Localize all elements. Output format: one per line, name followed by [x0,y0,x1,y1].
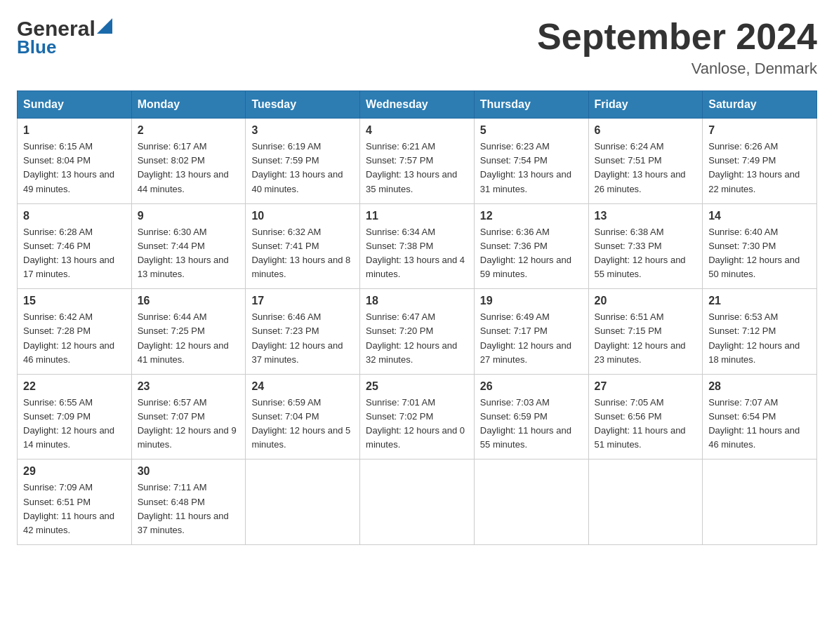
calendar-cell: 26 Sunrise: 7:03 AMSunset: 6:59 PMDaylig… [474,374,588,459]
header-wednesday: Wednesday [360,91,475,119]
day-info: Sunrise: 6:49 AMSunset: 7:17 PMDaylight:… [480,310,583,367]
day-number: 30 [138,465,240,478]
day-number: 2 [138,124,240,137]
calendar-week-2: 8 Sunrise: 6:28 AMSunset: 7:46 PMDayligh… [18,203,817,289]
calendar-week-4: 22 Sunrise: 6:55 AMSunset: 7:09 PMDaylig… [18,374,817,459]
day-info: Sunrise: 7:03 AMSunset: 6:59 PMDaylight:… [480,396,583,452]
day-info: Sunrise: 7:07 AMSunset: 6:54 PMDaylight:… [708,396,811,452]
day-number: 12 [480,210,583,222]
calendar-cell: 1 Sunrise: 6:15 AMSunset: 8:04 PMDayligh… [18,119,132,204]
calendar-cell: 15 Sunrise: 6:42 AMSunset: 7:28 PMDaylig… [18,289,132,375]
calendar-cell: 25 Sunrise: 7:01 AMSunset: 7:02 PMDaylig… [360,374,475,459]
page-title: September 2024 [537,17,817,57]
day-number: 10 [251,210,354,222]
day-number: 18 [366,295,468,307]
calendar-cell [246,459,360,545]
calendar-cell: 10 Sunrise: 6:32 AMSunset: 7:41 PMDaylig… [246,203,360,289]
calendar-cell: 8 Sunrise: 6:28 AMSunset: 7:46 PMDayligh… [18,203,132,289]
calendar-cell: 21 Sunrise: 6:53 AMSunset: 7:12 PMDaylig… [703,289,817,375]
day-info: Sunrise: 6:30 AMSunset: 7:44 PMDaylight:… [138,225,240,282]
calendar-cell [474,459,588,545]
day-info: Sunrise: 6:24 AMSunset: 7:51 PMDaylight:… [595,140,697,196]
day-info: Sunrise: 6:40 AMSunset: 7:30 PMDaylight:… [708,225,811,282]
day-number: 11 [366,210,468,222]
calendar-cell: 12 Sunrise: 6:36 AMSunset: 7:36 PMDaylig… [474,203,588,289]
header-saturday: Saturday [703,91,817,119]
title-section: September 2024 Vanlose, Denmark [537,17,817,78]
day-info: Sunrise: 7:11 AMSunset: 6:48 PMDaylight:… [138,481,240,537]
day-number: 27 [595,380,697,393]
day-info: Sunrise: 6:53 AMSunset: 7:12 PMDaylight:… [708,310,811,367]
day-info: Sunrise: 6:32 AMSunset: 7:41 PMDaylight:… [251,225,354,282]
day-number: 9 [138,210,240,222]
calendar-cell: 22 Sunrise: 6:55 AMSunset: 7:09 PMDaylig… [18,374,132,459]
calendar-cell: 19 Sunrise: 6:49 AMSunset: 7:17 PMDaylig… [474,289,588,375]
day-number: 6 [595,124,697,137]
page-header: General Blue September 2024 Vanlose, Den… [17,17,817,78]
day-number: 24 [251,380,354,393]
calendar-cell: 24 Sunrise: 6:59 AMSunset: 7:04 PMDaylig… [246,374,360,459]
calendar-cell: 30 Sunrise: 7:11 AMSunset: 6:48 PMDaylig… [131,459,246,545]
calendar-week-5: 29 Sunrise: 7:09 AMSunset: 6:51 PMDaylig… [18,459,817,545]
calendar-cell [703,459,817,545]
calendar-cell: 9 Sunrise: 6:30 AMSunset: 7:44 PMDayligh… [131,203,246,289]
day-number: 13 [595,210,697,222]
day-info: Sunrise: 6:44 AMSunset: 7:25 PMDaylight:… [138,310,240,367]
page-subtitle: Vanlose, Denmark [537,60,817,78]
calendar-cell: 29 Sunrise: 7:09 AMSunset: 6:51 PMDaylig… [18,459,132,545]
header-tuesday: Tuesday [246,91,360,119]
day-number: 19 [480,295,583,307]
day-info: Sunrise: 6:28 AMSunset: 7:46 PMDaylight:… [23,225,126,282]
day-info: Sunrise: 6:42 AMSunset: 7:28 PMDaylight:… [23,310,126,367]
day-number: 29 [23,465,126,478]
day-info: Sunrise: 6:23 AMSunset: 7:54 PMDaylight:… [480,140,583,196]
day-info: Sunrise: 7:09 AMSunset: 6:51 PMDaylight:… [23,481,126,537]
day-info: Sunrise: 6:17 AMSunset: 8:02 PMDaylight:… [138,140,240,196]
calendar-table: Sunday Monday Tuesday Wednesday Thursday… [17,90,817,545]
calendar-cell: 27 Sunrise: 7:05 AMSunset: 6:56 PMDaylig… [588,374,703,459]
calendar-cell: 17 Sunrise: 6:46 AMSunset: 7:23 PMDaylig… [246,289,360,375]
calendar-cell: 13 Sunrise: 6:38 AMSunset: 7:33 PMDaylig… [588,203,703,289]
calendar-cell: 5 Sunrise: 6:23 AMSunset: 7:54 PMDayligh… [474,119,588,204]
day-info: Sunrise: 7:01 AMSunset: 7:02 PMDaylight:… [366,396,468,452]
day-number: 23 [138,380,240,393]
header-monday: Monday [131,91,246,119]
header-friday: Friday [588,91,703,119]
svg-marker-0 [97,18,112,34]
day-number: 16 [138,295,240,307]
day-info: Sunrise: 6:59 AMSunset: 7:04 PMDaylight:… [251,396,354,452]
day-number: 7 [708,124,811,137]
calendar-cell: 7 Sunrise: 6:26 AMSunset: 7:49 PMDayligh… [703,119,817,204]
day-number: 20 [595,295,697,307]
calendar-cell [360,459,475,545]
calendar-cell [588,459,703,545]
header-thursday: Thursday [474,91,588,119]
logo: General Blue [17,17,112,58]
day-number: 3 [251,124,354,137]
day-number: 15 [23,295,126,307]
day-number: 25 [366,380,468,393]
day-info: Sunrise: 6:38 AMSunset: 7:33 PMDaylight:… [595,225,697,282]
calendar-week-1: 1 Sunrise: 6:15 AMSunset: 8:04 PMDayligh… [18,119,817,204]
day-number: 21 [708,295,811,307]
day-info: Sunrise: 6:26 AMSunset: 7:49 PMDaylight:… [708,140,811,196]
day-number: 4 [366,124,468,137]
day-info: Sunrise: 6:46 AMSunset: 7:23 PMDaylight:… [251,310,354,367]
day-info: Sunrise: 6:57 AMSunset: 7:07 PMDaylight:… [138,396,240,452]
day-number: 8 [23,210,126,222]
calendar-cell: 3 Sunrise: 6:19 AMSunset: 7:59 PMDayligh… [246,119,360,204]
calendar-cell: 23 Sunrise: 6:57 AMSunset: 7:07 PMDaylig… [131,374,246,459]
header-row: Sunday Monday Tuesday Wednesday Thursday… [18,91,817,119]
day-number: 14 [708,210,811,222]
day-info: Sunrise: 7:05 AMSunset: 6:56 PMDaylight:… [595,396,697,452]
day-info: Sunrise: 6:19 AMSunset: 7:59 PMDaylight:… [251,140,354,196]
logo-triangle-icon [97,18,112,34]
calendar-cell: 2 Sunrise: 6:17 AMSunset: 8:02 PMDayligh… [131,119,246,204]
day-number: 5 [480,124,583,137]
day-info: Sunrise: 6:36 AMSunset: 7:36 PMDaylight:… [480,225,583,282]
calendar-body: 1 Sunrise: 6:15 AMSunset: 8:04 PMDayligh… [18,119,817,545]
day-info: Sunrise: 6:34 AMSunset: 7:38 PMDaylight:… [366,225,468,282]
day-info: Sunrise: 6:15 AMSunset: 8:04 PMDaylight:… [23,140,126,196]
day-number: 28 [708,380,811,393]
calendar-cell: 20 Sunrise: 6:51 AMSunset: 7:15 PMDaylig… [588,289,703,375]
